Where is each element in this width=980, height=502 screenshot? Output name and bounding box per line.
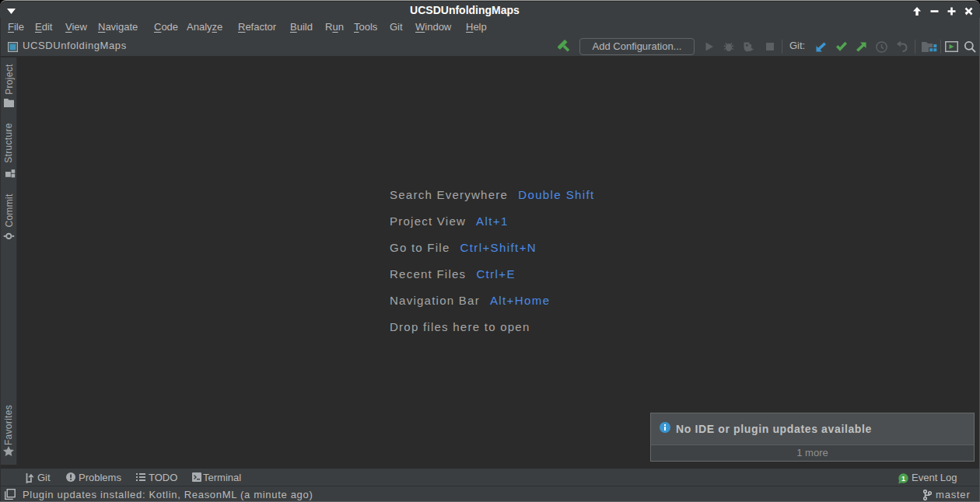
svg-text:1: 1 [901, 475, 905, 483]
